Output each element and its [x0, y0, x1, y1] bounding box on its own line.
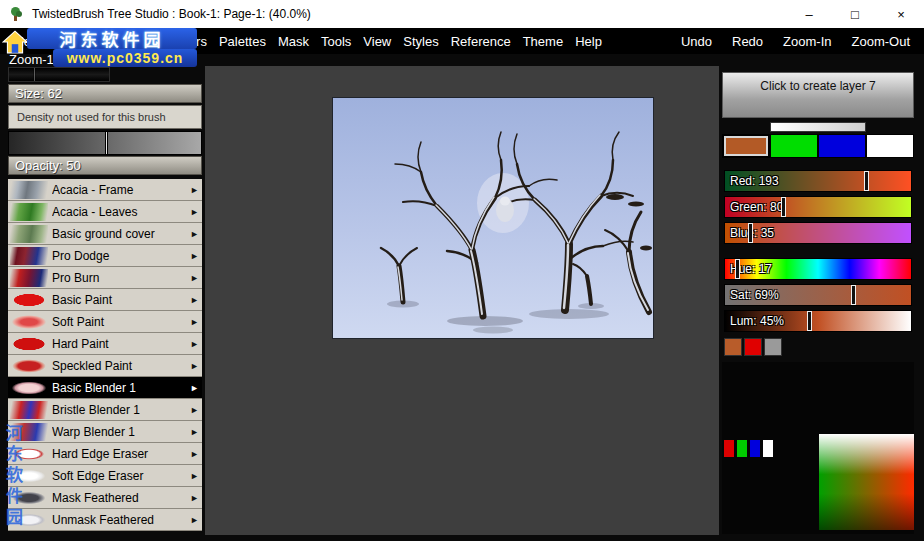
menu-help[interactable]: Help [575, 34, 602, 49]
app-window: TwistedBrush Tree Studio : Book-1: Page-… [0, 0, 924, 541]
menu-view[interactable]: View [363, 34, 391, 49]
menu-redo[interactable]: Redo [732, 34, 763, 49]
brush-item-basic-ground-cover[interactable]: Basic ground cover► [8, 223, 202, 245]
recent-color-swatch[interactable] [744, 338, 762, 356]
color-swatch-white[interactable] [866, 134, 914, 158]
brush-thumbnail [10, 181, 48, 199]
chevron-right-icon[interactable]: ► [187, 427, 202, 437]
watermark-url-banner: www.pc0359.cn [53, 49, 197, 67]
slider-handle[interactable] [851, 285, 856, 305]
slider-handle[interactable] [748, 223, 753, 243]
minimize-button[interactable]: – [786, 0, 832, 28]
saturation-slider[interactable]: Sat: 69% [724, 284, 912, 306]
menu-palettes[interactable]: Palettes [219, 34, 266, 49]
blue-slider[interactable]: Blue: 35 [724, 222, 912, 244]
window-title: TwistedBrush Tree Studio : Book-1: Page-… [32, 7, 311, 21]
chevron-right-icon[interactable]: ► [187, 449, 202, 459]
menu-tools[interactable]: Tools [321, 34, 351, 49]
menu-actions: Undo Redo Zoom-In Zoom-Out [681, 34, 914, 49]
chevron-right-icon[interactable]: ► [187, 493, 202, 503]
chevron-right-icon[interactable]: ► [187, 339, 202, 349]
color-picker-gradient[interactable] [819, 434, 914, 530]
chevron-right-icon[interactable]: ► [187, 471, 202, 481]
luminance-slider[interactable]: Lum: 45% [724, 310, 912, 332]
palette-color-blue[interactable] [750, 440, 760, 457]
recent-color-swatch[interactable] [764, 338, 782, 356]
menu-zoom-in[interactable]: Zoom-In [783, 34, 831, 49]
menu-mask[interactable]: Mask [278, 34, 309, 49]
brush-thumbnail [10, 357, 48, 375]
brush-size-preview[interactable] [8, 67, 110, 82]
chevron-right-icon[interactable]: ► [187, 229, 202, 239]
brush-thumbnail [10, 335, 48, 353]
maximize-button[interactable]: □ [832, 0, 878, 28]
luminance-strip[interactable] [770, 122, 866, 132]
watermark-site-name: 河东软件园 [60, 26, 165, 51]
palette-color-red[interactable] [724, 440, 734, 457]
brush-item-acacia-frame[interactable]: Acacia - Frame► [8, 179, 202, 201]
brush-thumbnail [10, 313, 48, 331]
chevron-right-icon[interactable]: ► [187, 383, 202, 393]
chevron-right-icon[interactable]: ► [187, 207, 202, 217]
brush-thumbnail [10, 247, 48, 265]
chevron-right-icon[interactable]: ► [187, 185, 202, 195]
density-note: Density not used for this brush [8, 105, 202, 129]
chevron-right-icon[interactable]: ► [187, 273, 202, 283]
size-marker[interactable] [33, 68, 36, 81]
brush-item-warp-blender-1[interactable]: Warp Blender 1► [8, 421, 202, 443]
opacity-label: Opacity: 50 [8, 156, 202, 175]
close-button[interactable]: × [878, 0, 924, 28]
slider-label: Lum: 45% [730, 314, 784, 328]
chevron-right-icon[interactable]: ► [187, 405, 202, 415]
brush-item-basic-paint[interactable]: Basic Paint► [8, 289, 202, 311]
brush-item-basic-blender-1[interactable]: Basic Blender 1► [8, 377, 202, 399]
opacity-slider[interactable] [8, 131, 202, 155]
palette-color-white[interactable] [763, 440, 773, 457]
color-swatch-green[interactable] [770, 134, 818, 158]
chevron-right-icon[interactable]: ► [187, 317, 202, 327]
palette-color-bars [724, 440, 773, 457]
brush-item-speckled-paint[interactable]: Speckled Paint► [8, 355, 202, 377]
canvas-image[interactable] [333, 98, 653, 338]
slider-handle[interactable] [735, 259, 740, 279]
green-slider[interactable]: Green: 80 [724, 196, 912, 218]
hue-slider[interactable]: Hue: 17 [724, 258, 912, 280]
chevron-right-icon[interactable]: ► [187, 361, 202, 371]
menu-styles[interactable]: Styles [403, 34, 438, 49]
watermark-logo-icon [2, 29, 28, 55]
opacity-marker[interactable] [105, 132, 108, 154]
brush-item-pro-burn[interactable]: Pro Burn► [8, 267, 202, 289]
slider-handle[interactable] [781, 197, 786, 217]
color-swatch-current[interactable] [722, 134, 770, 158]
menu-theme[interactable]: Theme [523, 34, 563, 49]
menu-reference[interactable]: Reference [451, 34, 511, 49]
palette-area[interactable] [722, 362, 914, 534]
app-icon [8, 6, 24, 22]
brush-item-soft-edge-eraser[interactable]: Soft Edge Eraser► [8, 465, 202, 487]
slider-handle[interactable] [864, 171, 869, 191]
canvas-area [205, 66, 719, 535]
brush-item-hard-paint[interactable]: Hard Paint► [8, 333, 202, 355]
brush-thumbnail [10, 269, 48, 287]
menu-undo[interactable]: Undo [681, 34, 712, 49]
brush-item-bristle-blender-1[interactable]: Bristle Blender 1► [8, 399, 202, 421]
create-layer-button[interactable]: Click to create layer 7 [722, 72, 914, 118]
color-swatch-blue[interactable] [818, 134, 866, 158]
brush-item-mask-feathered[interactable]: Mask Feathered► [8, 487, 202, 509]
brush-item-hard-edge-eraser[interactable]: Hard Edge Eraser► [8, 443, 202, 465]
chevron-right-icon[interactable]: ► [187, 515, 202, 525]
brush-item-pro-dodge[interactable]: Pro Dodge► [8, 245, 202, 267]
red-slider[interactable]: Red: 193 [724, 170, 912, 192]
brush-item-acacia-leaves[interactable]: Acacia - Leaves► [8, 201, 202, 223]
chevron-right-icon[interactable]: ► [187, 251, 202, 261]
recent-color-swatch[interactable] [724, 338, 742, 356]
menu-zoom-out[interactable]: Zoom-Out [851, 34, 910, 49]
size-label: Size: 62 [8, 84, 202, 103]
palette-color-green[interactable] [737, 440, 747, 457]
brush-item-unmask-feathered[interactable]: Unmask Feathered► [8, 509, 202, 531]
chevron-right-icon[interactable]: ► [187, 295, 202, 305]
brush-item-soft-paint[interactable]: Soft Paint► [8, 311, 202, 333]
color-panel: Click to create layer 7 Red: 193 Green: … [722, 66, 914, 541]
watermark-url: www.pc0359.cn [67, 50, 184, 66]
slider-handle[interactable] [807, 311, 812, 331]
